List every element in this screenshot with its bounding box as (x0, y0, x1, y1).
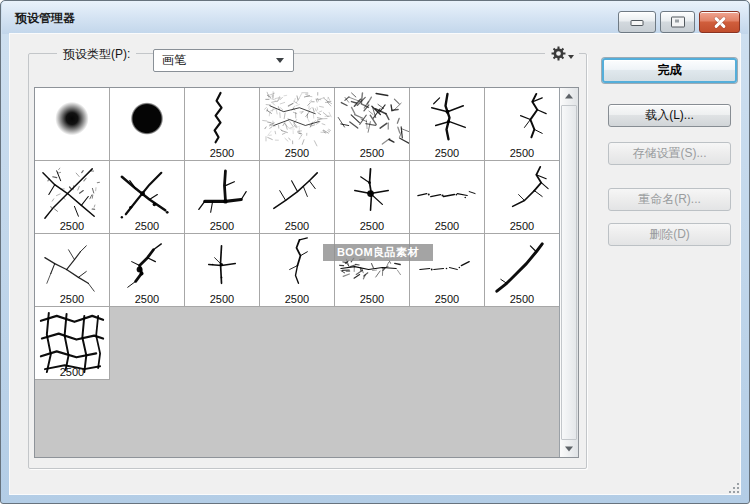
brush-preset[interactable] (110, 88, 185, 161)
close-button[interactable] (699, 11, 740, 33)
brush-preset-grid: 2500250025002500250025002500250025002500… (35, 88, 560, 457)
brush-preset[interactable]: 2500 (485, 88, 560, 161)
brush-size-label: 2500 (335, 293, 409, 305)
brush-size-label: 2500 (260, 220, 334, 232)
brush-preset[interactable]: 2500 (185, 88, 260, 161)
chevron-down-icon (276, 58, 284, 63)
brush-preset[interactable]: 2500 (335, 161, 410, 234)
preset-menu-button[interactable] (545, 44, 579, 63)
brush-preset[interactable]: 2500 (110, 234, 185, 307)
brush-preset[interactable]: 2500 (35, 307, 110, 380)
window-controls (618, 11, 740, 33)
resize-grip[interactable] (727, 481, 741, 495)
brush-size-label: 2500 (485, 147, 559, 159)
titlebar[interactable]: 预设管理器 (2, 1, 748, 34)
brush-size-label: 2500 (35, 220, 109, 232)
triangle-down-icon (565, 447, 573, 452)
brush-preset[interactable]: 2500 (485, 234, 560, 307)
preset-type-value: 画笔 (162, 53, 186, 67)
done-button[interactable]: 完成 (602, 58, 737, 83)
brush-preset[interactable]: 2500 (110, 161, 185, 234)
scrollbar[interactable] (559, 88, 578, 457)
brush-preset[interactable]: 2500 (410, 161, 485, 234)
preset-grid-panel: 2500250025002500250025002500250025002500… (34, 87, 579, 458)
brush-size-label: 2500 (485, 220, 559, 232)
brush-preset[interactable]: 2500 (260, 161, 335, 234)
window-title: 预设管理器 (15, 10, 75, 27)
brush-preset[interactable]: 2500 (410, 88, 485, 161)
rename-button: 重命名(R)... (608, 188, 731, 211)
preset-type-label: 预设类型(P): (57, 47, 136, 61)
maximize-icon (671, 17, 685, 28)
minimize-icon (631, 20, 644, 26)
brush-preset[interactable]: 2500 (185, 234, 260, 307)
brush-preset[interactable]: 2500 (35, 161, 110, 234)
triangle-up-icon (565, 94, 573, 99)
scrollbar-up-button[interactable] (560, 88, 578, 104)
load-button[interactable]: 载入(L)... (608, 104, 731, 127)
close-icon (713, 15, 727, 29)
maximize-button[interactable] (660, 11, 695, 33)
preset-manager-dialog: 预设管理器 预设类型(P): 画笔 2500250025002500250025… (0, 0, 750, 504)
minimize-button[interactable] (618, 11, 656, 33)
brush-size-label: 2500 (35, 366, 109, 378)
brush-size-label: 2500 (485, 293, 559, 305)
brush-preset[interactable]: 2500 (185, 161, 260, 234)
brush-size-label: 2500 (260, 147, 334, 159)
brush-size-label: 2500 (185, 220, 259, 232)
brush-size-label: 2500 (185, 293, 259, 305)
hard-round-brush (110, 88, 184, 160)
brush-size-label: 2500 (110, 220, 184, 232)
brush-size-label: 2500 (335, 220, 409, 232)
brush-preset[interactable] (35, 88, 110, 161)
watermark: BOOM良品素材 (323, 244, 433, 261)
scrollbar-thumb[interactable] (561, 105, 577, 440)
preset-type-dropdown[interactable]: 画笔 (153, 49, 294, 72)
save-set-button: 存储设置(S)... (608, 142, 731, 165)
brush-size-label: 2500 (35, 293, 109, 305)
brush-size-label: 2500 (335, 147, 409, 159)
brush-preset[interactable]: 2500 (35, 234, 110, 307)
chevron-down-icon (568, 55, 574, 59)
brush-size-label: 2500 (410, 147, 484, 159)
brush-size-label: 2500 (110, 293, 184, 305)
scrollbar-down-button[interactable] (560, 441, 578, 457)
brush-size-label: 2500 (260, 293, 334, 305)
brush-size-label: 2500 (185, 147, 259, 159)
brush-preset[interactable]: 2500 (485, 161, 560, 234)
brush-size-label: 2500 (410, 293, 484, 305)
delete-button: 删除(D) (608, 223, 731, 246)
gear-icon (551, 46, 566, 61)
brush-size-label: 2500 (410, 220, 484, 232)
brush-preset[interactable]: 2500 (260, 88, 335, 161)
soft-round-brush (35, 88, 109, 160)
brush-preset[interactable]: 2500 (335, 88, 410, 161)
